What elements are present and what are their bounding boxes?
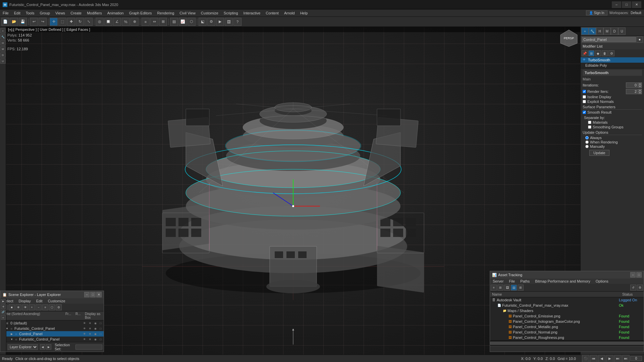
hierarchy-panel-btn[interactable]: H bbox=[0, 40, 6, 46]
snap-percent-button[interactable]: % bbox=[122, 18, 130, 26]
anim-next-key[interactable]: ⏭ bbox=[614, 355, 622, 362]
mirror-button[interactable]: ⇔ bbox=[150, 18, 158, 26]
se-btn3[interactable]: ⚙ bbox=[56, 304, 62, 310]
at-row-vault[interactable]: 🗄 Autodesk Vault Logged On bbox=[490, 297, 644, 303]
explicit-normals-checkbox[interactable] bbox=[583, 100, 586, 103]
se-box-1[interactable]: □ bbox=[98, 326, 103, 331]
render-iters-checkbox[interactable] bbox=[583, 90, 586, 93]
move-button[interactable]: ✚ bbox=[67, 18, 75, 26]
modifier-turbosmooth[interactable]: 👁 TurboSmooth bbox=[581, 57, 644, 63]
menu-create[interactable]: Create bbox=[68, 9, 84, 16]
se-box-3[interactable]: □ bbox=[98, 337, 103, 342]
menu-customize[interactable]: Customize bbox=[198, 9, 221, 16]
se-render-2[interactable]: ◉ bbox=[93, 331, 98, 336]
se-row-2[interactable]: ▶ ○ Control_Panel 👁 ❄ ◉ □ bbox=[0, 331, 104, 337]
at-settings-btn[interactable]: ⚙ bbox=[637, 285, 643, 291]
at-menu-paths[interactable]: Paths bbox=[518, 279, 532, 284]
se-close-btn[interactable]: ✕ bbox=[96, 292, 102, 297]
scene-explorer-controls[interactable]: – □ ✕ bbox=[84, 292, 102, 297]
se-bottom-btn-1[interactable]: ◀ bbox=[40, 344, 45, 350]
se-btn2[interactable]: ⬡ bbox=[49, 304, 55, 310]
at-path-input[interactable] bbox=[490, 346, 644, 352]
frame-input[interactable] bbox=[630, 356, 642, 361]
anim-prev-key[interactable]: ⏮ bbox=[590, 355, 597, 362]
menu-content[interactable]: Content bbox=[263, 9, 281, 16]
menu-interactive[interactable]: Interactive bbox=[241, 9, 263, 16]
iterations-spin-btns[interactable]: ▲ ▼ bbox=[638, 82, 642, 88]
motion-panel-btn[interactable]: M bbox=[0, 46, 6, 52]
display-panel-btn[interactable]: D bbox=[0, 52, 6, 58]
se-minimize-btn[interactable]: – bbox=[84, 292, 90, 297]
utilities-tab[interactable]: U bbox=[618, 27, 626, 35]
se-freeze-1[interactable]: ❄ bbox=[88, 326, 92, 331]
at-row-metallic[interactable]: 🖼 Panel_Control_Metallic.png Found bbox=[490, 324, 644, 329]
at-menu-bitmap[interactable]: Bitmap Performance and Memory bbox=[532, 279, 593, 284]
at-thumb-btn[interactable]: 🖼 bbox=[504, 285, 510, 291]
at-row-roughness[interactable]: 🖼 Panel_Control_Roughness.png Found bbox=[490, 335, 644, 340]
schematic-button[interactable]: ⬡ bbox=[187, 18, 196, 26]
se-row-1[interactable]: ▼ ○ Futuristic_Control_Panel 👁 ❄ ◉ □ bbox=[0, 326, 104, 331]
curve-editor-button[interactable]: 📈 bbox=[179, 18, 187, 26]
se-side-btn-3[interactable]: 🔗 bbox=[1, 310, 6, 314]
window-controls[interactable]: – □ ✕ bbox=[612, 1, 641, 8]
layer-mgr-button[interactable]: ▤ bbox=[170, 18, 178, 26]
close-button[interactable]: ✕ bbox=[632, 1, 641, 8]
iterations-up[interactable]: ▲ bbox=[638, 82, 642, 85]
se-box-2[interactable]: □ bbox=[98, 331, 103, 336]
when-rendering-radio[interactable] bbox=[585, 140, 589, 144]
motion-tab[interactable]: M bbox=[603, 27, 611, 35]
menu-modifiers[interactable]: Modifiers bbox=[84, 9, 105, 16]
select-button[interactable]: ✛ bbox=[50, 18, 58, 26]
se-btn1[interactable]: ≡ bbox=[42, 304, 48, 310]
open-button[interactable]: 📂 bbox=[10, 18, 18, 26]
at-row-hologram[interactable]: 🖼 Panel_Control_hologram_BaseColor.png F… bbox=[490, 319, 644, 324]
anim-play-back[interactable]: ◀ bbox=[598, 355, 605, 362]
snap-button[interactable]: 🔲 bbox=[104, 18, 112, 26]
render-button[interactable]: ▶ bbox=[216, 18, 224, 26]
at-maximize-btn[interactable]: □ bbox=[636, 272, 642, 278]
anim-end-btn[interactable]: ⏭ bbox=[622, 355, 630, 362]
se-expand-2[interactable]: ▶ bbox=[10, 332, 14, 336]
at-scrollbar[interactable] bbox=[490, 341, 644, 346]
se-expand-3[interactable]: ▼ bbox=[10, 337, 14, 341]
se-render-3[interactable]: ◉ bbox=[93, 337, 98, 342]
at-refresh-btn[interactable]: ↺ bbox=[630, 285, 636, 291]
menu-tools[interactable]: Tools bbox=[23, 9, 37, 16]
select-region-button[interactable]: ⬚ bbox=[58, 18, 66, 26]
redo-button[interactable]: ↪ bbox=[39, 18, 47, 26]
menu-file[interactable]: File bbox=[0, 9, 11, 16]
se-freeze-btn[interactable]: ❄ bbox=[15, 304, 21, 310]
at-minimize-btn[interactable]: – bbox=[630, 272, 636, 278]
hierarchy-tab[interactable]: H bbox=[596, 27, 603, 35]
snap-spinner-button[interactable]: ⊕ bbox=[130, 18, 139, 26]
help-button[interactable]: ? bbox=[233, 18, 241, 26]
remove-modifier-btn[interactable]: 🗑 bbox=[602, 50, 608, 56]
render-iters-down[interactable]: ▼ bbox=[638, 92, 642, 94]
render-iters-spin-btns[interactable]: ▲ ▼ bbox=[638, 89, 642, 94]
at-row-emissive[interactable]: 🖼 Panel_Control_Emissive.png Found bbox=[490, 313, 644, 319]
at-active-btn[interactable]: ▤ bbox=[511, 285, 517, 291]
at-detail-view-btn[interactable]: ⊞ bbox=[497, 285, 503, 291]
se-select-all-btn[interactable]: ■ bbox=[9, 304, 15, 310]
iterations-input[interactable] bbox=[626, 82, 638, 88]
minimize-button[interactable]: – bbox=[612, 1, 621, 8]
smoothing-groups-checkbox[interactable] bbox=[588, 125, 591, 129]
configure-btn[interactable]: ⚙ bbox=[608, 50, 614, 56]
se-freeze-3[interactable]: ❄ bbox=[88, 337, 92, 342]
se-side-btn-4[interactable]: ∞ bbox=[1, 315, 6, 320]
se-menu-customize[interactable]: Customize bbox=[45, 298, 68, 304]
iterations-down[interactable]: ▼ bbox=[638, 85, 642, 88]
se-render-0[interactable]: ◉ bbox=[93, 321, 98, 325]
menu-arnold[interactable]: Arnold bbox=[281, 9, 298, 16]
se-row-0[interactable]: ▼ ≡ 0 (default) 👁 ❄ ◉ □ bbox=[0, 320, 104, 326]
modifier-editable-poly[interactable]: Editable Poly bbox=[581, 63, 644, 68]
render-iters-spinner[interactable]: ▲ ▼ bbox=[626, 89, 642, 94]
selection-set-input[interactable] bbox=[75, 345, 102, 350]
layer-explorer-select[interactable]: Layer Explorer bbox=[8, 344, 38, 350]
make-unique-btn[interactable]: ◆ bbox=[595, 50, 601, 56]
edit-named-sel-button[interactable]: ≡ bbox=[142, 18, 150, 26]
at-list-view-btn[interactable]: ≡ bbox=[491, 285, 497, 291]
at-controls[interactable]: – □ bbox=[630, 272, 642, 278]
iterations-spinner[interactable]: ▲ ▼ bbox=[626, 82, 642, 88]
at-row-normal[interactable]: 🖼 Panel_Control_Normal.png Found bbox=[490, 329, 644, 335]
